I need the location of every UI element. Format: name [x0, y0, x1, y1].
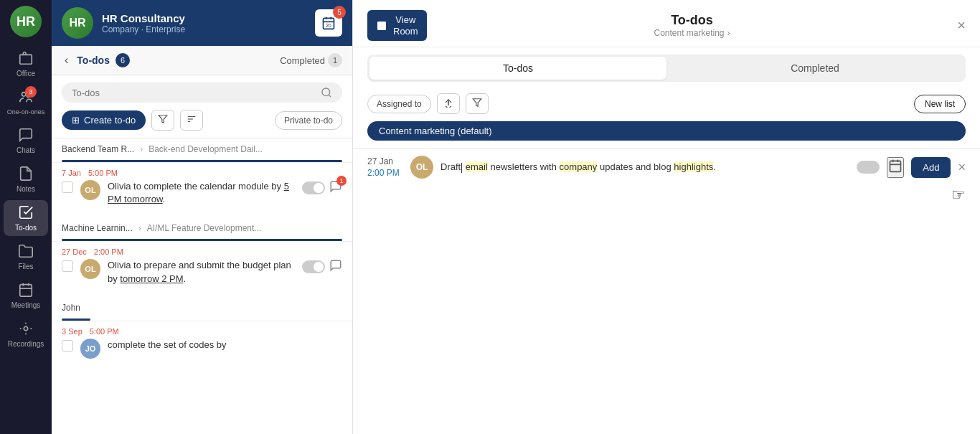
sidebar-item-one-on-ones[interactable]: 3 One-on-ones — [4, 85, 48, 120]
svg-line-18 — [329, 95, 331, 97]
plus-icon: ⊞ — [72, 115, 80, 126]
task-text-field[interactable]: Draft email newsletters with company upd… — [440, 161, 849, 173]
group-sub-ml: AI/ML Feature Development... — [147, 223, 262, 233]
todo-item-2: 3 Sep 5:00 PM JO complete the set of cod… — [52, 321, 352, 364]
calendar-badge: 5 — [333, 6, 346, 19]
todo-toggle-0[interactable] — [302, 181, 325, 194]
sidebar-label-chats: Chats — [17, 146, 35, 154]
group-arrow-ml-icon: › — [138, 223, 141, 233]
svg-marker-19 — [159, 115, 167, 123]
todo-avatar-1: OL — [80, 259, 100, 279]
notes-icon — [18, 166, 34, 183]
task-avatar: OL — [410, 156, 433, 179]
room-icon — [376, 20, 387, 32]
assigned-to-button[interactable]: Assigned to — [367, 95, 431, 113]
task-input-row: 27 Jan 2:00 PM OL Draft email newsletter… — [353, 148, 980, 186]
sidebar-item-chats[interactable]: Chats — [4, 123, 48, 159]
todo-checkbox-2[interactable] — [62, 340, 73, 352]
todos-panel-header: ‹ To-dos 6 Completed 1 — [52, 46, 352, 75]
sidebar: HR Office 3 One-on-ones Chats Notes To-d… — [0, 0, 52, 434]
filter-filter-button[interactable] — [466, 93, 489, 114]
sort-filter-button[interactable] — [437, 93, 460, 114]
rp-filters: Assigned to New list — [353, 89, 980, 121]
rp-tabs: To-dos Completed — [367, 55, 966, 82]
private-todo-button[interactable]: Private to-do — [275, 111, 342, 130]
todo-time-0: 5:00 PM — [88, 169, 118, 177]
chats-icon — [18, 127, 34, 144]
filter-button[interactable] — [151, 110, 174, 131]
rp-subtitle-text: Content marketing — [654, 28, 724, 38]
view-room-button[interactable]: ViewRoom — [367, 10, 427, 41]
todo-text-1: Olivia to prepare and submit the budget … — [108, 259, 295, 285]
svg-text:20: 20 — [326, 23, 331, 28]
completed-link[interactable]: Completed 1 — [280, 53, 342, 67]
company-header: HR HR Consultancy Company · Enterprise 2… — [52, 0, 352, 46]
todo-checkbox-1[interactable] — [62, 260, 73, 272]
task-calendar-button[interactable] — [887, 157, 904, 178]
cancel-button[interactable]: × — [958, 160, 966, 175]
right-panel-header: ViewRoom To-dos Content marketing › × — [353, 0, 980, 47]
todo-text-2: complete the set of codes by — [108, 339, 342, 352]
todo-chat-0[interactable]: 1 — [329, 180, 342, 196]
sort-icon — [187, 114, 197, 124]
sidebar-label-one-on-ones: One-on-ones — [7, 108, 45, 115]
search-bar[interactable] — [62, 82, 342, 103]
content-marketing-tag[interactable]: Content marketing (default) — [367, 121, 966, 141]
todo-date-1: 27 Dec — [62, 247, 87, 256]
rp-subtitle: Content marketing › — [654, 28, 730, 38]
group-sub-backend: Back-end Development Dail... — [149, 144, 263, 154]
sidebar-label-office: Office — [17, 70, 35, 77]
new-list-button[interactable]: New list — [914, 95, 966, 113]
todo-actions-0: 1 — [302, 180, 342, 196]
app-logo: HR — [10, 6, 42, 37]
add-button[interactable]: Add — [911, 157, 951, 178]
sidebar-item-files[interactable]: Files — [4, 239, 48, 275]
todo-date-2: 3 Sep — [62, 327, 83, 336]
rp-title: To-dos — [671, 13, 713, 28]
chat-count-0: 1 — [336, 176, 347, 186]
group-arrow-icon: › — [140, 144, 143, 154]
calendar-icon — [888, 159, 903, 173]
todo-checkbox-0[interactable] — [62, 181, 73, 193]
action-row: ⊞ Create to-do Private to-do — [52, 110, 352, 138]
close-button[interactable]: × — [957, 17, 966, 34]
rp-title-block: To-dos Content marketing › — [427, 13, 958, 38]
task-toggle[interactable] — [857, 161, 880, 174]
files-icon — [18, 243, 34, 260]
sidebar-item-recordings[interactable]: Recordings — [4, 316, 48, 352]
svg-rect-27 — [890, 161, 901, 171]
svg-point-7 — [24, 326, 28, 331]
create-todo-button[interactable]: ⊞ Create to-do — [62, 110, 146, 130]
todo-date-0: 7 Jan — [62, 169, 81, 177]
pointer-cursor-icon: ☞ — [951, 186, 966, 204]
company-name: HR Consultancy — [102, 12, 185, 24]
todos-icon — [18, 204, 34, 222]
filter-icon — [158, 114, 168, 124]
todo-time-2: 5:00 PM — [90, 327, 119, 336]
left-panel: HR HR Consultancy Company · Enterprise 2… — [52, 0, 353, 434]
filter-filter-icon — [472, 98, 482, 108]
group-name-john: John — [62, 303, 80, 313]
todo-actions-1 — [302, 259, 342, 275]
tab-todos[interactable]: To-dos — [369, 57, 666, 80]
rp-subtitle-arrow: › — [727, 28, 730, 38]
office-icon — [18, 50, 34, 67]
sort-button[interactable] — [180, 110, 203, 131]
right-panel: ViewRoom To-dos Content marketing › × To… — [353, 0, 980, 434]
collapse-button[interactable]: ‹ — [62, 54, 71, 67]
sidebar-label-recordings: Recordings — [8, 340, 44, 348]
sidebar-item-todos[interactable]: To-dos — [4, 200, 48, 236]
search-input[interactable] — [72, 88, 315, 98]
todo-avatar-0: OL — [80, 180, 100, 200]
tab-completed[interactable]: Completed — [666, 57, 963, 80]
recordings-icon — [18, 321, 34, 338]
todo-toggle-1[interactable] — [302, 260, 325, 273]
todo-item-1: 27 Dec 2:00 PM OL Olivia to prepare and … — [52, 241, 352, 291]
svg-rect-23 — [377, 22, 386, 30]
todo-chat-1[interactable] — [329, 259, 342, 275]
calendar-button[interactable]: 20 5 — [315, 9, 342, 37]
sidebar-item-office[interactable]: Office — [4, 46, 48, 82]
sidebar-item-meetings[interactable]: Meetings — [4, 278, 48, 313]
assigned-to-label: Assigned to — [377, 99, 422, 109]
sidebar-item-notes[interactable]: Notes — [4, 161, 48, 197]
